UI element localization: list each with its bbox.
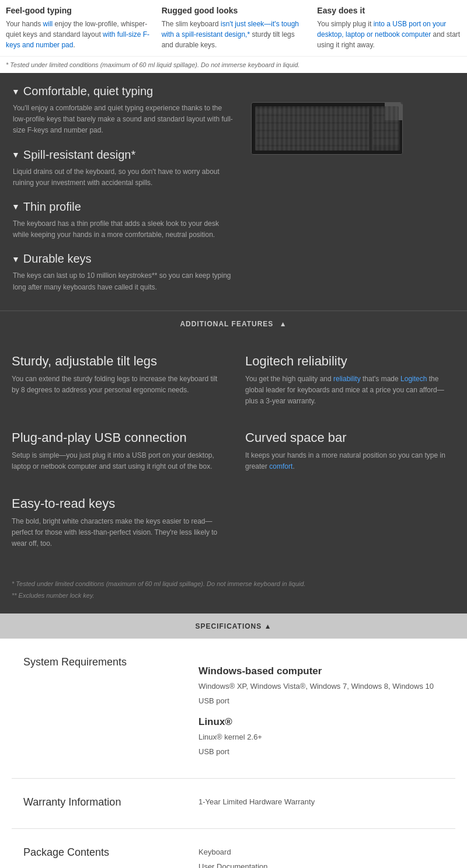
spec-windows-heading: Windows-based computer	[198, 665, 444, 677]
feature-arrow-2: ▼	[12, 202, 20, 211]
spec-value-warranty: 1-Year Limited Hardware Warranty	[198, 796, 444, 811]
dark-footnote-0: * Tested under limited conditions (maxim…	[12, 578, 455, 590]
top-feature-desc-0: Your hands will enjoy the low-profile, w…	[6, 19, 150, 50]
spec-label-package: Package Contents	[23, 846, 198, 859]
svg-rect-8	[256, 147, 369, 150]
feature-arrow-0: ▼	[12, 87, 20, 96]
additional-feature-usb: Plug-and-play USB connection Setup is si…	[12, 419, 222, 484]
additional-features-content: Sturdy, adjustable tilt legs You can ext…	[0, 336, 467, 573]
additional-features-bar[interactable]: ADDITIONAL FEATURES ▲	[0, 311, 467, 336]
svg-rect-2	[372, 107, 400, 151]
feature-desc-3: The keys can last up to 10 million keyst…	[12, 270, 234, 292]
svg-rect-7	[256, 139, 369, 145]
svg-point-19	[389, 108, 395, 114]
top-feature-feel-good: Feel-good typing Your hands will enjoy t…	[6, 6, 150, 50]
keyboard-image	[251, 102, 403, 155]
svg-rect-6	[256, 131, 369, 137]
top-feature-desc-2: You simply plug it into a USB port on yo…	[317, 19, 461, 50]
spec-package-line-1: User Documentation	[198, 861, 444, 868]
specifications-arrow: ▲	[264, 622, 272, 630]
spec-windows: Windows-based computer Windows® XP, Wind…	[198, 665, 444, 707]
svg-rect-11	[373, 124, 399, 130]
svg-rect-3	[256, 109, 369, 114]
top-feature-title-1: Rugged good looks	[162, 6, 306, 15]
footnote-top: * Tested under limited conditions (maxim…	[0, 56, 467, 73]
spec-package-line-0: Keyboard	[198, 846, 444, 859]
svg-rect-15	[263, 110, 267, 113]
additional-features-label: ADDITIONAL FEATURES ▲	[180, 320, 287, 328]
dark-features-section: ▼ Comfortable, quiet typing You'll enjoy…	[0, 73, 467, 336]
feature-title-0: ▼ Comfortable, quiet typing	[12, 85, 234, 98]
top-feature-easy: Easy does it You simply plug it into a U…	[317, 6, 461, 50]
feature-desc-2: The keyboard has a thin profile that add…	[12, 218, 234, 240]
spec-warranty-line-0: 1-Year Limited Hardware Warranty	[198, 796, 444, 808]
spec-row-system: System Requirements Windows-based comput…	[12, 639, 455, 779]
feature-desc-1: Liquid drains out of the keyboard, so yo…	[12, 166, 234, 189]
additional-feature-tilt: Sturdy, adjustable tilt legs You can ext…	[12, 342, 222, 419]
additional-feature-desc-2: Setup is simple—you just plug it into a …	[12, 450, 222, 472]
feature-durable: ▼ Durable keys The keys can last up to 1…	[12, 252, 234, 292]
feature-title-2: ▼ Thin profile	[12, 200, 234, 214]
svg-rect-18	[278, 110, 283, 113]
spec-label-system: System Requirements	[23, 656, 198, 668]
svg-rect-10	[373, 116, 399, 122]
keyboard-image-container	[245, 85, 409, 305]
svg-rect-16	[268, 110, 272, 113]
svg-rect-9	[373, 109, 399, 114]
feature-thin: ▼ Thin profile The keyboard has a thin p…	[12, 200, 234, 240]
feature-title-1: ▼ Spill-resistant design*	[12, 148, 234, 162]
svg-rect-0	[252, 103, 403, 155]
spec-windows-line-1: USB port	[198, 695, 444, 707]
svg-rect-12	[373, 131, 399, 137]
additional-feature-title-4: Easy-to-read keys	[12, 496, 222, 511]
additional-feature-title-0: Sturdy, adjustable tilt legs	[12, 354, 222, 369]
top-feature-title-0: Feel-good typing	[6, 6, 150, 15]
additional-feature-desc-1: You get the high quality and reliability…	[245, 374, 455, 407]
additional-feature-readable: Easy-to-read keys The bold, bright white…	[12, 484, 222, 562]
top-feature-desc-1: The slim keyboard isn't just sleek—it's …	[162, 19, 306, 50]
spec-label-warranty: Warranty Information	[23, 796, 198, 808]
spec-linux-line-1: USB port	[198, 746, 444, 758]
specifications-label: SPECIFICATIONS ▲	[195, 622, 271, 630]
feature-spill: ▼ Spill-resistant design* Liquid drains …	[12, 148, 234, 189]
feature-comfortable: ▼ Comfortable, quiet typing You'll enjoy…	[12, 85, 234, 137]
svg-rect-17	[273, 110, 277, 113]
feature-desc-0: You'll enjoy a comfortable and quiet typ…	[12, 103, 234, 137]
specifications-content: System Requirements Windows-based comput…	[0, 639, 467, 868]
spec-linux-line-0: Linux® kernel 2.6+	[198, 731, 444, 744]
spec-value-package: Keyboard User Documentation	[198, 846, 444, 868]
specifications-bar[interactable]: SPECIFICATIONS ▲	[0, 613, 467, 639]
feature-arrow-1: ▼	[12, 150, 20, 159]
dark-features-list: ▼ Comfortable, quiet typing You'll enjoy…	[12, 85, 234, 305]
additional-feature-desc-0: You can extend the sturdy folding legs t…	[12, 374, 222, 396]
additional-feature-desc-3: It keeps your hands in a more natural po…	[245, 450, 455, 472]
additional-feature-reliability: Logitech reliability You get the high qu…	[245, 342, 455, 419]
svg-rect-14	[257, 110, 262, 113]
additional-feature-title-1: Logitech reliability	[245, 354, 455, 369]
dark-footnote-1: ** Excludes number lock key.	[12, 590, 455, 602]
feature-title-3: ▼ Durable keys	[12, 252, 234, 266]
spec-value-system: Windows-based computer Windows® XP, Wind…	[198, 656, 444, 761]
additional-feature-title-2: Plug-and-play USB connection	[12, 430, 222, 445]
spec-row-package: Package Contents Keyboard User Documenta…	[12, 829, 455, 868]
spec-row-warranty: Warranty Information 1-Year Limited Hard…	[12, 779, 455, 829]
additional-feature-desc-4: The bold, bright white characters make t…	[12, 516, 222, 550]
additional-features-grid: Sturdy, adjustable tilt legs You can ext…	[12, 342, 455, 562]
svg-rect-4	[256, 116, 369, 122]
additional-feature-title-3: Curved space bar	[245, 430, 455, 445]
spec-linux: Linux® Linux® kernel 2.6+ USB port	[198, 716, 444, 758]
top-feature-title-2: Easy does it	[317, 6, 461, 15]
additional-features-arrow: ▲	[280, 320, 287, 328]
svg-rect-5	[256, 124, 369, 130]
top-features-section: Feel-good typing Your hands will enjoy t…	[0, 0, 467, 56]
spec-windows-line-0: Windows® XP, Windows Vista®, Windows 7, …	[198, 681, 444, 693]
dark-footnotes: * Tested under limited conditions (maxim…	[0, 573, 467, 613]
additional-feature-spacebar: Curved space bar It keeps your hands in …	[245, 419, 455, 484]
top-feature-rugged: Rugged good looks The slim keyboard isn'…	[162, 6, 306, 50]
feature-arrow-3: ▼	[12, 255, 20, 264]
svg-rect-13	[373, 139, 399, 145]
svg-rect-1	[255, 107, 369, 151]
spec-linux-heading: Linux®	[198, 716, 444, 728]
